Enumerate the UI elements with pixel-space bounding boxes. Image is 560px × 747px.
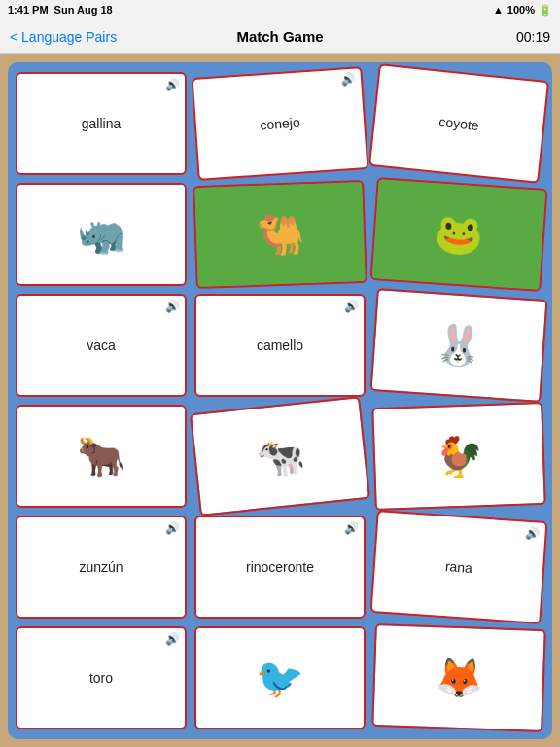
card-image: 🐂 bbox=[18, 407, 185, 506]
card-c1[interactable]: 🔊gallina bbox=[16, 72, 187, 175]
card-image: 🐄 bbox=[192, 398, 368, 514]
card-label: rinoceronte bbox=[242, 555, 318, 579]
card-c3[interactable]: coyote bbox=[368, 63, 549, 184]
card-image: 🐰 bbox=[372, 290, 546, 401]
card-image: 🦏 bbox=[18, 185, 185, 284]
card-c2[interactable]: 🔊conejo bbox=[192, 66, 369, 181]
card-c15[interactable]: 🔊rana bbox=[370, 510, 548, 624]
card-image: 🐓 bbox=[373, 404, 543, 509]
battery-icon: 🔋 bbox=[539, 4, 552, 17]
card-c12[interactable]: 🐓 bbox=[371, 402, 546, 511]
sound-icon[interactable]: 🔊 bbox=[165, 300, 180, 313]
back-button[interactable]: < Language Pairs bbox=[10, 29, 117, 45]
card-c13[interactable]: 🔊zunzún bbox=[16, 516, 187, 619]
card-label: gallina bbox=[78, 112, 124, 135]
game-timer: 00:19 bbox=[516, 29, 550, 45]
card-c6[interactable]: 🐸 bbox=[370, 177, 548, 292]
status-time: 1:41 PM bbox=[8, 4, 49, 16]
card-c16[interactable]: 🔊toro bbox=[16, 626, 187, 729]
sound-icon[interactable]: 🔊 bbox=[344, 521, 359, 535]
card-label: conejo bbox=[256, 110, 305, 136]
page-title: Match Game bbox=[236, 28, 323, 45]
card-c7[interactable]: 🔊vaca bbox=[16, 294, 187, 397]
card-label: zunzún bbox=[75, 555, 126, 579]
card-c10[interactable]: 🐂 bbox=[16, 405, 187, 508]
sound-icon[interactable]: 🔊 bbox=[341, 72, 357, 87]
card-c4[interactable]: 🦏 bbox=[16, 183, 187, 286]
status-date: Sun Aug 18 bbox=[54, 4, 113, 16]
card-c11[interactable]: 🐄 bbox=[190, 396, 370, 516]
nav-bar: < Language Pairs Match Game 00:19 bbox=[0, 19, 560, 54]
card-image: 🐫 bbox=[194, 182, 365, 287]
card-c18[interactable]: 🦊 bbox=[371, 623, 546, 732]
battery-text: 100% bbox=[508, 4, 535, 16]
card-image: 🐦 bbox=[196, 628, 364, 728]
sound-icon[interactable]: 🔊 bbox=[165, 632, 180, 646]
card-image: 🦊 bbox=[373, 625, 543, 730]
sound-icon[interactable]: 🔊 bbox=[165, 521, 180, 535]
card-label: coyote bbox=[434, 109, 483, 137]
card-c14[interactable]: 🔊rinoceronte bbox=[194, 516, 366, 619]
sound-icon[interactable]: 🔊 bbox=[165, 78, 180, 91]
status-indicators: ▲ 100% 🔋 bbox=[493, 4, 552, 17]
card-label: rana bbox=[440, 554, 477, 580]
card-c17[interactable]: 🐦 bbox=[194, 626, 366, 729]
sound-icon[interactable]: 🔊 bbox=[344, 300, 359, 313]
card-c5[interactable]: 🐫 bbox=[192, 180, 368, 289]
card-c9[interactable]: 🐰 bbox=[370, 288, 548, 403]
status-bar: 1:41 PM Sun Aug 18 ▲ 100% 🔋 bbox=[0, 0, 560, 19]
card-label: toro bbox=[86, 666, 117, 690]
card-label: camello bbox=[253, 334, 307, 357]
game-board: 🔊gallina🔊conejocoyote🦏🐫🐸🔊vaca🔊camello🐰🐂🐄… bbox=[8, 62, 552, 739]
card-label: vaca bbox=[83, 334, 120, 357]
card-image: 🐸 bbox=[372, 179, 546, 290]
wifi-icon: ▲ bbox=[493, 4, 504, 16]
status-time-date: 1:41 PM Sun Aug 18 bbox=[8, 4, 113, 16]
card-c8[interactable]: 🔊camello bbox=[194, 294, 366, 397]
sound-icon[interactable]: 🔊 bbox=[525, 526, 541, 541]
